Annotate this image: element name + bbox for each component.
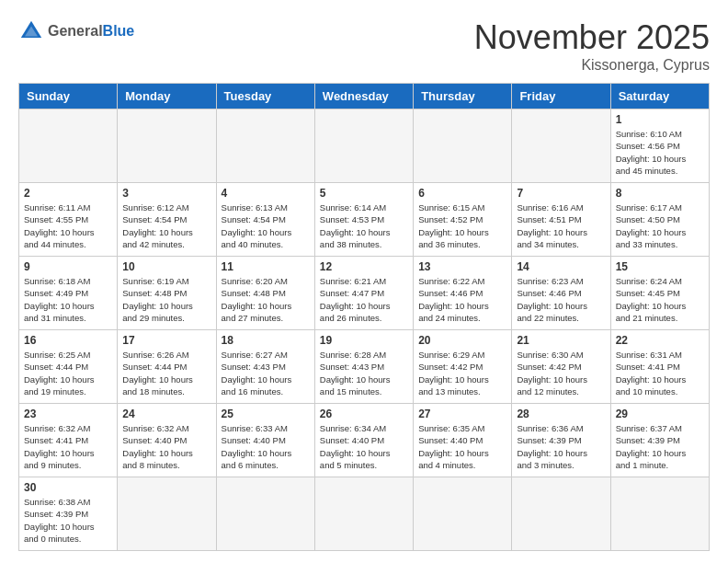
day-content: Sunrise: 6:18 AM Sunset: 4:49 PM Dayligh… — [24, 275, 112, 324]
day-content: Sunrise: 6:20 AM Sunset: 4:48 PM Dayligh… — [222, 275, 310, 324]
day-content: Sunrise: 6:14 AM Sunset: 4:53 PM Dayligh… — [320, 201, 408, 250]
calendar-cell: 21Sunrise: 6:30 AM Sunset: 4:42 PM Dayli… — [512, 330, 610, 404]
page-header: GeneralBlue November 2025 Kissonerga, Cy… — [18, 18, 710, 74]
weekday-header-saturday: Saturday — [610, 84, 709, 109]
day-number: 11 — [222, 260, 310, 273]
logo-icon — [18, 18, 44, 44]
calendar-cell: 25Sunrise: 6:33 AM Sunset: 4:40 PM Dayli… — [216, 404, 314, 477]
day-content: Sunrise: 6:12 AM Sunset: 4:54 PM Dayligh… — [122, 201, 210, 250]
day-number: 3 — [122, 187, 210, 200]
calendar-cell — [314, 109, 413, 183]
calendar-cell: 7Sunrise: 6:16 AM Sunset: 4:51 PM Daylig… — [512, 183, 610, 257]
calendar-cell: 4Sunrise: 6:13 AM Sunset: 4:54 PM Daylig… — [216, 183, 314, 257]
day-content: Sunrise: 6:27 AM Sunset: 4:43 PM Dayligh… — [222, 349, 310, 397]
day-content: Sunrise: 6:15 AM Sunset: 4:52 PM Dayligh… — [418, 201, 506, 250]
day-number: 15 — [616, 260, 704, 273]
day-number: 4 — [222, 187, 310, 200]
calendar-cell: 28Sunrise: 6:36 AM Sunset: 4:39 PM Dayli… — [512, 404, 610, 477]
calendar-cell — [414, 109, 512, 183]
day-number: 25 — [222, 408, 310, 420]
calendar-cell: 13Sunrise: 6:22 AM Sunset: 4:46 PM Dayli… — [414, 257, 512, 330]
calendar-week-row: 2Sunrise: 6:11 AM Sunset: 4:55 PM Daylig… — [19, 183, 710, 257]
day-content: Sunrise: 6:33 AM Sunset: 4:40 PM Dayligh… — [222, 422, 310, 471]
weekday-header-sunday: Sunday — [19, 84, 118, 109]
logo: GeneralBlue — [18, 18, 134, 44]
calendar-cell: 27Sunrise: 6:35 AM Sunset: 4:40 PM Dayli… — [414, 404, 512, 477]
day-content: Sunrise: 6:25 AM Sunset: 4:44 PM Dayligh… — [24, 349, 112, 397]
day-content: Sunrise: 6:19 AM Sunset: 4:48 PM Dayligh… — [122, 275, 210, 324]
calendar-week-row: 1Sunrise: 6:10 AM Sunset: 4:56 PM Daylig… — [19, 109, 710, 183]
calendar-week-row: 30Sunrise: 6:38 AM Sunset: 4:39 PM Dayli… — [19, 477, 710, 551]
weekday-header-monday: Monday — [118, 84, 216, 109]
calendar-cell: 15Sunrise: 6:24 AM Sunset: 4:45 PM Dayli… — [610, 257, 709, 330]
calendar-cell: 2Sunrise: 6:11 AM Sunset: 4:55 PM Daylig… — [19, 183, 118, 257]
calendar-week-row: 23Sunrise: 6:32 AM Sunset: 4:41 PM Dayli… — [19, 404, 710, 477]
calendar-cell: 22Sunrise: 6:31 AM Sunset: 4:41 PM Dayli… — [610, 330, 709, 404]
day-number: 19 — [320, 334, 408, 347]
day-content: Sunrise: 6:10 AM Sunset: 4:56 PM Dayligh… — [616, 128, 704, 177]
day-number: 26 — [320, 408, 408, 420]
day-content: Sunrise: 6:26 AM Sunset: 4:44 PM Dayligh… — [122, 349, 210, 397]
calendar-cell: 23Sunrise: 6:32 AM Sunset: 4:41 PM Dayli… — [19, 404, 118, 477]
day-number: 21 — [517, 334, 605, 347]
calendar-cell: 19Sunrise: 6:28 AM Sunset: 4:43 PM Dayli… — [314, 330, 413, 404]
calendar-cell — [216, 477, 314, 551]
weekday-header-tuesday: Tuesday — [216, 84, 314, 109]
day-number: 10 — [122, 260, 210, 273]
calendar-cell — [118, 109, 216, 183]
calendar-cell: 14Sunrise: 6:23 AM Sunset: 4:46 PM Dayli… — [512, 257, 610, 330]
day-content: Sunrise: 6:35 AM Sunset: 4:40 PM Dayligh… — [418, 422, 506, 471]
calendar-cell — [19, 109, 118, 183]
day-content: Sunrise: 6:17 AM Sunset: 4:50 PM Dayligh… — [616, 201, 704, 250]
day-content: Sunrise: 6:21 AM Sunset: 4:47 PM Dayligh… — [320, 275, 408, 324]
day-number: 12 — [320, 260, 408, 273]
calendar-cell — [118, 477, 216, 551]
calendar-table: SundayMondayTuesdayWednesdayThursdayFrid… — [18, 83, 710, 551]
calendar-cell: 3Sunrise: 6:12 AM Sunset: 4:54 PM Daylig… — [118, 183, 216, 257]
calendar-cell: 12Sunrise: 6:21 AM Sunset: 4:47 PM Dayli… — [314, 257, 413, 330]
month-title: November 2025 — [474, 18, 710, 57]
calendar-cell: 17Sunrise: 6:26 AM Sunset: 4:44 PM Dayli… — [118, 330, 216, 404]
calendar-cell — [512, 109, 610, 183]
day-number: 24 — [122, 408, 210, 420]
day-content: Sunrise: 6:30 AM Sunset: 4:42 PM Dayligh… — [517, 349, 605, 397]
day-content: Sunrise: 6:36 AM Sunset: 4:39 PM Dayligh… — [517, 422, 605, 471]
calendar-cell: 10Sunrise: 6:19 AM Sunset: 4:48 PM Dayli… — [118, 257, 216, 330]
day-content: Sunrise: 6:34 AM Sunset: 4:40 PM Dayligh… — [320, 422, 408, 471]
day-content: Sunrise: 6:16 AM Sunset: 4:51 PM Dayligh… — [517, 201, 605, 250]
day-content: Sunrise: 6:38 AM Sunset: 4:39 PM Dayligh… — [24, 496, 112, 545]
day-content: Sunrise: 6:32 AM Sunset: 4:41 PM Dayligh… — [24, 422, 112, 471]
calendar-cell: 6Sunrise: 6:15 AM Sunset: 4:52 PM Daylig… — [414, 183, 512, 257]
day-number: 30 — [24, 481, 112, 494]
day-content: Sunrise: 6:24 AM Sunset: 4:45 PM Dayligh… — [616, 275, 704, 324]
day-number: 20 — [418, 334, 506, 347]
day-number: 13 — [418, 260, 506, 273]
calendar-cell — [512, 477, 610, 551]
weekday-header-friday: Friday — [512, 84, 610, 109]
day-number: 8 — [616, 187, 704, 200]
day-number: 23 — [24, 408, 112, 420]
day-content: Sunrise: 6:31 AM Sunset: 4:41 PM Dayligh… — [616, 349, 704, 397]
day-number: 18 — [222, 334, 310, 347]
weekday-header-wednesday: Wednesday — [314, 84, 413, 109]
calendar-cell: 11Sunrise: 6:20 AM Sunset: 4:48 PM Dayli… — [216, 257, 314, 330]
logo-general-text: General — [48, 23, 103, 39]
day-number: 14 — [517, 260, 605, 273]
day-content: Sunrise: 6:22 AM Sunset: 4:46 PM Dayligh… — [418, 275, 506, 324]
calendar-cell: 24Sunrise: 6:32 AM Sunset: 4:40 PM Dayli… — [118, 404, 216, 477]
day-number: 6 — [418, 187, 506, 200]
day-content: Sunrise: 6:32 AM Sunset: 4:40 PM Dayligh… — [122, 422, 210, 471]
day-number: 17 — [122, 334, 210, 347]
calendar-week-row: 9Sunrise: 6:18 AM Sunset: 4:49 PM Daylig… — [19, 257, 710, 330]
location: Kissonerga, Cyprus — [474, 57, 710, 74]
calendar-cell: 9Sunrise: 6:18 AM Sunset: 4:49 PM Daylig… — [19, 257, 118, 330]
day-number: 1 — [616, 113, 704, 126]
calendar-cell: 16Sunrise: 6:25 AM Sunset: 4:44 PM Dayli… — [19, 330, 118, 404]
logo-blue-text: Blue — [103, 23, 135, 39]
day-number: 7 — [517, 187, 605, 200]
day-content: Sunrise: 6:28 AM Sunset: 4:43 PM Dayligh… — [320, 349, 408, 397]
calendar-week-row: 16Sunrise: 6:25 AM Sunset: 4:44 PM Dayli… — [19, 330, 710, 404]
weekday-header-thursday: Thursday — [414, 84, 512, 109]
calendar-cell — [414, 477, 512, 551]
day-number: 9 — [24, 260, 112, 273]
